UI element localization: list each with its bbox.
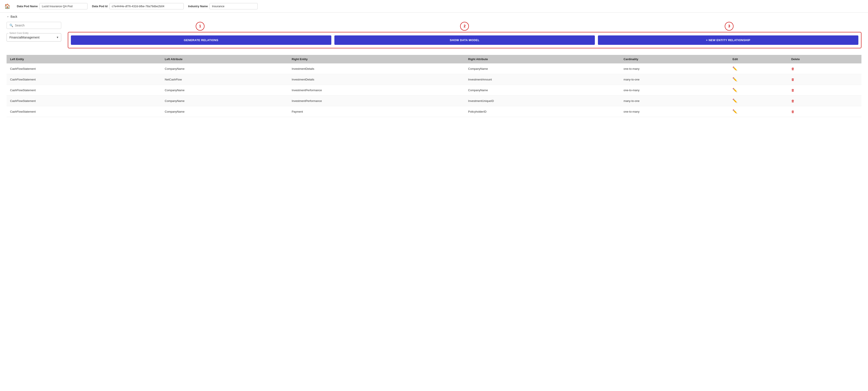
- select-core-entity-group: Select Core Entity FinancialManagement ▼: [6, 33, 61, 41]
- data-pod-id-group: Data Pod Id c7e4444e-df76-432d-bfbe-78a7…: [92, 3, 184, 9]
- col-left-entity: Left Entity: [6, 55, 161, 63]
- cell-right-attribute: PolicyholderID: [465, 106, 620, 117]
- cell-right-entity: InvestmentDetails: [288, 63, 465, 74]
- cell-delete: 🗑: [788, 85, 862, 96]
- table-row: CashFlowStatement CompanyName Investment…: [6, 63, 862, 74]
- cell-left-attribute: CompanyName: [161, 85, 288, 96]
- cell-edit: ✏️: [729, 85, 787, 96]
- cell-cardinality: one-to-many: [620, 85, 729, 96]
- data-pod-name-group: Data Pod Name Lucid Insurance QA Pod: [17, 3, 88, 9]
- cell-delete: 🗑: [788, 63, 862, 74]
- cell-cardinality: one-to-many: [620, 106, 729, 117]
- industry-name-label: Industry Name: [188, 5, 208, 8]
- col-cardinality: Cardinality: [620, 55, 729, 63]
- relations-table: Left Entity Left Attribute Right Entity …: [6, 55, 862, 117]
- top-row: 🔍 Select Core Entity FinancialManagement…: [6, 22, 862, 48]
- cell-right-attribute: CompanyName: [465, 85, 620, 96]
- main-content: ← Back 🔍 Select Core Entity FinancialMan…: [0, 13, 868, 121]
- cell-left-attribute: CompanyName: [161, 106, 288, 117]
- action-buttons-container: GENERATE RELATIONS SHOW DATA MODEL + NEW…: [68, 32, 862, 48]
- cell-edit: ✏️: [729, 106, 787, 117]
- delete-icon[interactable]: 🗑: [791, 78, 795, 81]
- edit-icon[interactable]: ✏️: [733, 99, 737, 103]
- back-button[interactable]: ← Back: [6, 15, 17, 18]
- data-pod-id-label: Data Pod Id: [92, 5, 107, 8]
- right-column: 1 2 3 GENERATE RELATIONS SHOW DATA MODEL…: [68, 22, 862, 48]
- left-column: 🔍 Select Core Entity FinancialManagement…: [6, 22, 61, 41]
- data-pod-name-value: Lucid Insurance QA Pod: [39, 3, 88, 9]
- cell-delete: 🗑: [788, 106, 862, 117]
- edit-icon[interactable]: ✏️: [733, 109, 737, 114]
- generate-relations-button[interactable]: GENERATE RELATIONS: [71, 35, 331, 45]
- search-icon: 🔍: [9, 24, 13, 27]
- cell-cardinality: many-to-one: [620, 74, 729, 85]
- cell-delete: 🗑: [788, 96, 862, 106]
- cell-edit: ✏️: [729, 74, 787, 85]
- search-wrapper: 🔍: [6, 22, 61, 29]
- step-3-indicator: 3: [725, 22, 734, 31]
- col-edit: Edit: [729, 55, 787, 63]
- new-entity-relationship-button[interactable]: + NEW ENTITY RELATIONSHIP: [598, 35, 858, 45]
- cell-left-entity: CashFlowStatement: [6, 96, 161, 106]
- core-entity-value: FinancialManagement: [9, 36, 39, 39]
- cell-delete: 🗑: [788, 74, 862, 85]
- table-body: CashFlowStatement CompanyName Investment…: [6, 63, 862, 117]
- edit-icon[interactable]: ✏️: [733, 88, 737, 92]
- show-data-model-button[interactable]: SHOW DATA MODEL: [334, 35, 595, 45]
- cell-right-attribute: InvestmentUniqueID: [465, 96, 620, 106]
- data-pod-name-label: Data Pod Name: [17, 5, 38, 8]
- cell-edit: ✏️: [729, 63, 787, 74]
- cell-left-entity: CashFlowStatement: [6, 63, 161, 74]
- step-2-indicator: 2: [460, 22, 469, 31]
- delete-icon[interactable]: 🗑: [791, 88, 795, 92]
- delete-icon[interactable]: 🗑: [791, 110, 795, 114]
- cell-cardinality: many-to-one: [620, 96, 729, 106]
- industry-name-group: Industry Name Insurance: [188, 3, 258, 9]
- select-core-entity-label: Select Core Entity: [8, 32, 30, 34]
- cell-left-entity: CashFlowStatement: [6, 85, 161, 96]
- top-bar: 🏠 Data Pod Name Lucid Insurance QA Pod D…: [0, 0, 868, 13]
- content-area: Left Entity Left Attribute Right Entity …: [6, 55, 862, 117]
- cell-right-attribute: InvestmentAmount: [465, 74, 620, 85]
- step-indicators: 1 2 3: [68, 22, 862, 31]
- edit-icon[interactable]: ✏️: [733, 77, 737, 82]
- core-entity-select[interactable]: Select Core Entity FinancialManagement ▼: [6, 33, 61, 41]
- col-delete: Delete: [788, 55, 862, 63]
- cell-right-entity: Payment: [288, 106, 465, 117]
- table-row: CashFlowStatement CompanyName Investment…: [6, 96, 862, 106]
- table-header: Left Entity Left Attribute Right Entity …: [6, 55, 862, 63]
- search-input[interactable]: [15, 24, 58, 27]
- cell-left-attribute: NetCashFlow: [161, 74, 288, 85]
- cell-right-entity: InvestmentPerformance: [288, 85, 465, 96]
- cell-left-attribute: CompanyName: [161, 96, 288, 106]
- delete-icon[interactable]: 🗑: [791, 67, 795, 71]
- step-1-indicator: 1: [196, 22, 205, 31]
- cell-right-entity: InvestmentDetails: [288, 74, 465, 85]
- col-left-attribute: Left Attribute: [161, 55, 288, 63]
- col-right-entity: Right Entity: [288, 55, 465, 63]
- chevron-down-icon: ▼: [56, 36, 59, 39]
- delete-icon[interactable]: 🗑: [791, 99, 795, 103]
- home-icon[interactable]: 🏠: [4, 3, 10, 9]
- cell-left-entity: CashFlowStatement: [6, 106, 161, 117]
- col-right-attribute: Right Attribute: [465, 55, 620, 63]
- table-row: CashFlowStatement NetCashFlow Investment…: [6, 74, 862, 85]
- table-row: CashFlowStatement CompanyName Investment…: [6, 85, 862, 96]
- cell-right-entity: InvestmentPerformance: [288, 96, 465, 106]
- data-pod-id-value: c7e4444e-df76-432d-bfbe-78a79dbe2b04: [110, 3, 184, 9]
- table-row: CashFlowStatement CompanyName Payment Po…: [6, 106, 862, 117]
- cell-left-entity: CashFlowStatement: [6, 74, 161, 85]
- industry-name-value: Insurance: [210, 3, 258, 9]
- edit-icon[interactable]: ✏️: [733, 66, 737, 71]
- cell-left-attribute: CompanyName: [161, 63, 288, 74]
- cell-cardinality: one-to-many: [620, 63, 729, 74]
- cell-right-attribute: CompanyName: [465, 63, 620, 74]
- cell-edit: ✏️: [729, 96, 787, 106]
